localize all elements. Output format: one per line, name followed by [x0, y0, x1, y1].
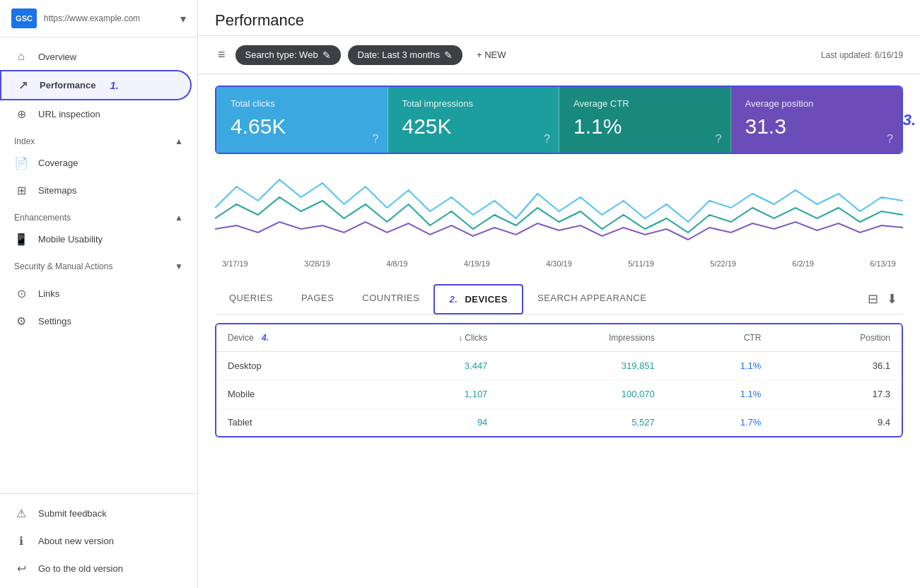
badge-3: 3.	[903, 111, 916, 129]
table-row-desktop[interactable]: Desktop 3,447 319,851 1.1% 36.1	[216, 352, 902, 380]
stat-card-ctr[interactable]: Average CTR 1.1% ?	[559, 87, 731, 153]
download-icon[interactable]: ⬇	[887, 291, 897, 307]
section-index[interactable]: Index ▲	[0, 128, 197, 149]
table-row-tablet[interactable]: Tablet 94 5,527 1.7% 9.4	[216, 408, 902, 437]
tabs-section: QUERIES PAGES COUNTRIES 2. DEVICES SEARC…	[215, 284, 903, 314]
chart-date-4: 4/30/19	[546, 259, 572, 268]
impressions-mobile: 100,070	[499, 380, 665, 408]
chart-dates: 3/17/19 3/28/19 4/8/19 4/19/19 4/30/19 5…	[215, 259, 903, 268]
sidebar-item-settings[interactable]: ⚙ Settings	[0, 307, 192, 335]
stat-position-help-icon[interactable]: ?	[887, 133, 893, 146]
search-type-label: Search type: Web	[245, 49, 318, 60]
sidebar-item-mobile-usability-label: Mobile Usability	[38, 234, 103, 245]
chart-date-8: 6/13/19	[870, 259, 896, 268]
stat-clicks-help-icon[interactable]: ?	[373, 133, 379, 146]
chart-date-0: 3/17/19	[222, 259, 248, 268]
performance-chart	[215, 165, 903, 257]
date-label: Date: Last 3 months	[358, 49, 440, 60]
stat-card-position[interactable]: Average position 31.3 ?	[731, 87, 902, 153]
sidebar-item-performance-label: Performance	[40, 80, 95, 90]
coverage-icon: 📄	[14, 156, 28, 170]
sidebar-item-go-to-old-version[interactable]: ↩ Go to the old version	[0, 555, 192, 582]
tab-queries[interactable]: QUERIES	[215, 284, 287, 314]
col-impressions[interactable]: Impressions	[499, 324, 665, 352]
tab-devices[interactable]: 2. DEVICES	[433, 284, 523, 314]
main-header: Performance	[198, 0, 920, 36]
new-button[interactable]: + NEW	[470, 45, 513, 64]
logo-text: https://www.example.com	[44, 13, 173, 23]
tab-pages[interactable]: PAGES	[287, 284, 348, 314]
data-table-section: Device 4. ↓ Clicks Impressions CTR Posit…	[215, 323, 903, 437]
sidebar-item-coverage[interactable]: 📄 Coverage	[0, 149, 192, 177]
search-icon: ⊕	[14, 107, 28, 121]
stat-ctr-help-icon[interactable]: ?	[716, 133, 722, 146]
stat-card-clicks[interactable]: Total clicks 4.65K ?	[216, 87, 388, 153]
links-icon: ⊙	[14, 287, 28, 300]
position-mobile: 17.3	[772, 380, 902, 408]
section-enhancements-label: Enhancements	[14, 213, 71, 223]
search-type-edit-icon: ✎	[322, 49, 331, 61]
section-security-label: Security & Manual Actions	[14, 261, 112, 271]
tab-countries[interactable]: COUNTRIES	[348, 284, 433, 314]
position-tablet: 9.4	[772, 408, 902, 437]
sidebar-item-overview-label: Overview	[38, 52, 76, 62]
sidebar-nav: ⌂ Overview ↗ Performance 1. ⊕ URL inspec…	[0, 37, 197, 493]
sitemaps-icon: ⊞	[14, 184, 28, 197]
section-security[interactable]: Security & Manual Actions ▼	[0, 253, 197, 274]
logo-icon: GSC	[11, 8, 37, 28]
stat-position-value: 31.3	[745, 114, 888, 139]
tab-pages-label: PAGES	[301, 293, 334, 303]
sidebar-logo[interactable]: GSC https://www.example.com ▾	[0, 0, 197, 37]
sidebar-item-go-to-old-version-label: Go to the old version	[38, 563, 123, 574]
section-index-label: Index	[14, 136, 35, 146]
sidebar-item-overview[interactable]: ⌂ Overview	[0, 43, 192, 70]
sidebar-item-about-new-version[interactable]: ℹ About new version	[0, 527, 192, 555]
sidebar-item-settings-label: Settings	[38, 316, 71, 327]
go-back-icon: ↩	[14, 562, 28, 575]
tab-actions: ⊟ ⬇	[868, 284, 903, 314]
last-updated-text: Last updated: 6/16/19	[821, 50, 903, 60]
chart-date-2: 4/8/19	[386, 259, 408, 268]
performance-icon: ↗	[16, 78, 30, 92]
stat-clicks-label: Total clicks	[231, 98, 373, 109]
sidebar-item-submit-feedback[interactable]: ⚠ Submit feedback	[0, 500, 192, 527]
search-type-chip[interactable]: Search type: Web ✎	[235, 45, 341, 65]
devices-table: Device 4. ↓ Clicks Impressions CTR Posit…	[216, 324, 902, 436]
stat-impressions-help-icon[interactable]: ?	[544, 133, 550, 146]
logo-chevron-icon[interactable]: ▾	[180, 12, 186, 25]
sidebar-item-performance[interactable]: ↗ Performance 1.	[0, 70, 192, 100]
sidebar-item-url-inspection[interactable]: ⊕ URL inspection	[0, 100, 192, 128]
tab-countries-label: COUNTRIES	[362, 293, 419, 303]
table-filter-icon[interactable]: ⊟	[868, 291, 878, 307]
col-position[interactable]: Position	[772, 324, 902, 352]
page-title: Performance	[215, 11, 903, 30]
table-header-row: Device 4. ↓ Clicks Impressions CTR Posit…	[216, 324, 902, 352]
clicks-mobile: 1,107	[372, 380, 499, 408]
sidebar-item-links[interactable]: ⊙ Links	[0, 280, 192, 307]
date-edit-icon: ✎	[444, 49, 453, 61]
toolbar: ≡ Search type: Web ✎ Date: Last 3 months…	[198, 36, 920, 74]
chart-container: 3/17/19 3/28/19 4/8/19 4/19/19 4/30/19 5…	[215, 165, 903, 278]
position-desktop: 36.1	[772, 352, 902, 380]
chart-date-6: 5/22/19	[710, 259, 736, 268]
date-chip[interactable]: Date: Last 3 months ✎	[348, 45, 462, 65]
badge-4: 4.	[262, 333, 269, 343]
section-enhancements-chevron-icon: ▲	[175, 213, 183, 223]
col-clicks[interactable]: ↓ Clicks	[372, 324, 499, 352]
stat-ctr-value: 1.1%	[573, 114, 716, 139]
sidebar-item-sitemaps[interactable]: ⊞ Sitemaps	[0, 177, 192, 204]
stats-section: Total clicks 4.65K ? Total impressions 4…	[215, 86, 903, 154]
sidebar-bottom: ⚠ Submit feedback ℹ About new version ↩ …	[0, 493, 197, 588]
sidebar-item-about-new-version-label: About new version	[38, 536, 114, 546]
table-row-mobile[interactable]: Mobile 1,107 100,070 1.1% 17.3	[216, 380, 902, 408]
sidebar-item-mobile-usability[interactable]: 📱 Mobile Usability	[0, 225, 192, 253]
main-content: Performance ≡ Search type: Web ✎ Date: L…	[198, 0, 920, 588]
sidebar-item-submit-feedback-label: Submit feedback	[38, 508, 107, 519]
filter-icon[interactable]: ≡	[215, 45, 228, 65]
section-enhancements[interactable]: Enhancements ▲	[0, 204, 197, 225]
chart-date-5: 5/11/19	[628, 259, 654, 268]
chart-date-3: 4/19/19	[464, 259, 490, 268]
tab-search-appearance[interactable]: SEARCH APPEARANCE	[523, 284, 660, 314]
stat-card-impressions[interactable]: Total impressions 425K ?	[388, 87, 560, 153]
col-ctr[interactable]: CTR	[666, 324, 773, 352]
